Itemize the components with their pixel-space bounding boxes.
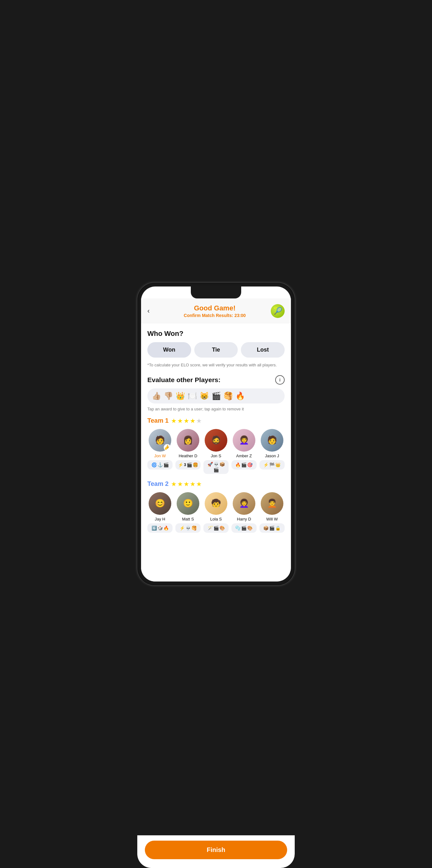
badges-jasonj: ⚡ 🏁 👑 — [259, 460, 285, 469]
avatar-jasonj[interactable]: 🧑 — [261, 429, 283, 452]
star2: ★ — [177, 417, 183, 425]
evaluate-header: Evaluate other Players: i — [147, 375, 285, 384]
avatar-jons[interactable]: 🧔 — [205, 429, 227, 452]
badge3: 🎨 — [220, 526, 225, 531]
star1: ★ — [171, 417, 177, 425]
badge3: 🍔 — [193, 462, 198, 467]
badge1: 🔥 — [235, 462, 240, 467]
back-button[interactable]: ‹ — [147, 307, 159, 315]
award-dish[interactable]: 🍽️ — [188, 392, 197, 400]
name-jayh: Jay H — [154, 517, 165, 521]
player-jonw: 🧑 👍 Jon W 🌀 ⚓ 🎬 — [147, 429, 173, 474]
badge1: 🪄 — [207, 526, 213, 531]
match-timer[interactable]: 23:00 — [235, 313, 246, 318]
avatar-amberz[interactable]: 👩‍🦱 — [233, 429, 255, 452]
badge4: 🎬 — [213, 467, 219, 472]
badges-harryd: 🫧 🎬 🎨 — [231, 523, 257, 533]
team2-players: 😊 Jay H 6️⃣ 🎲 🔥 🙂 — [147, 492, 285, 533]
team2-section: Team 2 ★ ★ ★ ★ ★ 😊 — [147, 480, 285, 533]
avatar-jayh[interactable]: 😊 — [149, 492, 171, 515]
team1-stars: ★ ★ ★ ★ ★ — [171, 417, 202, 425]
star1: ★ — [171, 480, 177, 488]
lost-button[interactable]: Lost — [241, 342, 285, 358]
team1-header: Team 1 ★ ★ ★ ★ ★ — [147, 417, 285, 425]
team2-stars: ★ ★ ★ ★ ★ — [171, 480, 202, 488]
team2-name: Team 2 — [147, 480, 169, 488]
who-won-title: Who Won? — [147, 330, 285, 338]
team1-name: Team 1 — [147, 417, 169, 424]
badges-jons: 🚀 💀 📦 🎬 — [203, 460, 229, 474]
badge-count: 3 — [184, 463, 186, 467]
avatar-heatherd[interactable]: 👩 — [177, 429, 199, 452]
name-jons: Jon S — [211, 454, 221, 458]
badge3: 👑 — [275, 462, 281, 467]
screen-content: ‹ Good Game! Confirm Match Results: 23:0… — [141, 299, 291, 582]
award-clapper[interactable]: 🎬 — [211, 392, 221, 400]
evaluate-title: Evaluate other Players: — [147, 376, 221, 384]
avatar-lolas[interactable]: 🧒 — [205, 492, 227, 515]
subtitle-prefix: Confirm Match Results: — [184, 313, 235, 318]
badge3: 🥞 — [192, 526, 197, 531]
badge1: 🌀 — [151, 462, 157, 467]
badge3: 🔒 — [275, 526, 281, 531]
player-jons: 🧔 Jon S 🚀 💀 📦 🎬 — [203, 429, 229, 474]
badge3: 🎯 — [247, 462, 253, 467]
elo-note: *To calculate your ELO score, we will ve… — [147, 362, 285, 368]
badge2: 🎲 — [157, 526, 163, 531]
avatar-matts[interactable]: 🙂 — [177, 492, 199, 515]
badge2: 💀 — [185, 526, 191, 531]
phone-screen: ‹ Good Game! Confirm Match Results: 23:0… — [141, 286, 291, 582]
team1-players: 🧑 👍 Jon W 🌀 ⚓ 🎬 — [147, 429, 285, 474]
avatar-jonw[interactable]: 🧑 👍 — [149, 429, 171, 452]
player-jayh: 😊 Jay H 6️⃣ 🎲 🔥 — [147, 492, 173, 533]
badge2: 🎬 — [241, 526, 247, 531]
player-willw: 🧑‍🦱 Will W 📦 🎬 🔒 — [259, 492, 285, 533]
badge2: 🎬 — [241, 462, 247, 467]
award-thumbsup[interactable]: 👍🏼 — [152, 392, 161, 400]
star2: ★ — [177, 480, 183, 488]
player-matts: 🙂 Matt S ⚡ 💀 🥞 — [175, 492, 201, 533]
badge3: 🔥 — [164, 526, 169, 531]
who-won-buttons: Won Tie Lost — [147, 342, 285, 358]
award-fire[interactable]: 🔥 — [235, 392, 245, 400]
thumbs-badge-jonw: 👍 — [164, 444, 171, 451]
badge1: ⚡ — [263, 462, 268, 467]
badge1: 🚀 — [207, 462, 213, 467]
main-content: Who Won? Won Tie Lost *To calculate your… — [141, 323, 291, 570]
star5: ★ — [196, 480, 202, 488]
avatar-willw[interactable]: 🧑‍🦱 — [261, 492, 283, 515]
info-icon[interactable]: i — [275, 375, 285, 384]
award-thumbsdown[interactable]: 👎🏼 — [164, 392, 173, 400]
award-crown[interactable]: 👑 — [176, 392, 185, 400]
star5: ★ — [196, 417, 202, 425]
name-heatherd: Heather D — [178, 454, 197, 458]
award-cat[interactable]: 😸 — [200, 392, 209, 400]
badges-matts: ⚡ 💀 🥞 — [175, 523, 201, 533]
notch — [191, 286, 241, 299]
badge2: 🎬 — [187, 462, 192, 467]
awards-row: 👍🏼 👎🏼 👑 🍽️ 😸 🎬 🥞 🔥 — [147, 389, 285, 403]
player-jasonj: 🧑 Jason J ⚡ 🏁 👑 — [259, 429, 285, 474]
star3: ★ — [183, 480, 189, 488]
name-matts: Matt S — [182, 517, 194, 521]
star4: ★ — [190, 417, 196, 425]
award-pancakes[interactable]: 🥞 — [224, 392, 233, 400]
phone-frame: ‹ Good Game! Confirm Match Results: 23:0… — [137, 283, 295, 585]
badge1: ⚡ — [178, 462, 183, 467]
badge2: 🎬 — [213, 526, 219, 531]
badge2: 💀 — [213, 462, 219, 467]
avatar-harryd[interactable]: 👩‍🦱 — [233, 492, 255, 515]
badges-amberz: 🔥 🎬 🎯 — [231, 460, 257, 469]
badge1: 📦 — [263, 526, 268, 531]
finish-button[interactable]: Finish — [145, 841, 287, 859]
badge1: 6️⃣ — [151, 526, 157, 531]
badge1: 🫧 — [235, 526, 240, 531]
player-heatherd: 👩 Heather D ⚡ 3 🎬 🍔 — [175, 429, 201, 474]
badges-willw: 📦 🎬 🔒 — [259, 523, 285, 533]
badge3: 📦 — [220, 462, 225, 467]
won-button[interactable]: Won — [147, 342, 191, 358]
star4: ★ — [190, 480, 196, 488]
badge2: ⚓ — [157, 462, 163, 467]
badges-heatherd: ⚡ 3 🎬 🍔 — [175, 460, 201, 469]
tie-button[interactable]: Tie — [194, 342, 238, 358]
